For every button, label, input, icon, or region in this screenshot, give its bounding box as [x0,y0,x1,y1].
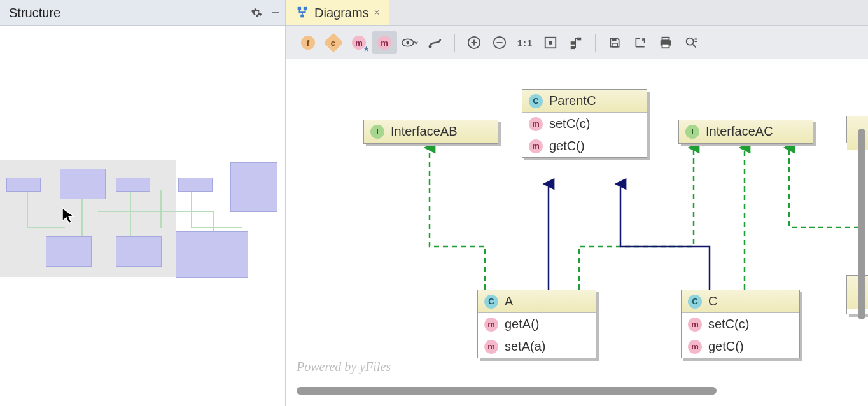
method-icon: m [688,340,702,354]
svg-rect-15 [612,43,617,47]
svg-rect-14 [612,38,617,41]
interface-icon: I [685,125,699,139]
node-title: InterfaceAC [706,124,773,139]
svg-rect-13 [571,46,575,50]
vertical-scrollbar[interactable] [858,129,865,319]
horizontal-scrollbar-thumb[interactable] [297,387,717,395]
node-parent-c[interactable]: C ParentC m setC(c) m getC() [522,89,647,158]
visibility-dropdown[interactable] [397,31,423,54]
class-icon: C [688,295,702,309]
watermark-text: Powered by yFiles [297,360,391,374]
svg-rect-10 [549,41,552,45]
svg-rect-11 [577,38,581,41]
node-title: A [505,294,513,309]
node-method: setC(c) [708,317,749,332]
edge-style-button[interactable] [423,31,448,54]
node-interface-ac[interactable]: I InterfaceAC [678,120,813,144]
diagram-canvas[interactable]: I InterfaceAB C ParentC m setC(c) m getC… [286,59,868,406]
node-title: C [708,294,717,309]
structure-minimap[interactable] [0,160,280,281]
svg-rect-12 [571,41,575,45]
node-method: getA() [505,317,539,332]
node-method: setC(c) [549,116,590,131]
print-button[interactable] [653,31,678,54]
class-icon: C [529,94,543,108]
method-icon: m [484,318,498,332]
svg-rect-3 [300,15,304,18]
field-icon: f [301,36,315,50]
zoom-out-button[interactable] [487,31,512,54]
method-icon: m [529,139,543,153]
node-method: getC() [549,139,585,153]
method-icon: m [484,340,498,354]
save-button[interactable] [602,31,627,54]
method-icon: m [688,318,702,332]
zoom-in-button[interactable] [461,31,487,54]
close-icon[interactable]: × [374,7,380,18]
structure-title: Structure [0,6,247,20]
method-icon: m [377,36,391,50]
node-interface-ab[interactable]: I InterfaceAB [363,120,498,144]
node-class-c[interactable]: C C m setC(c) m getC() [681,290,800,358]
node-class-a[interactable]: C A m getA() m setA(a) [477,290,596,358]
node-title: InterfaceAB [391,124,458,139]
export-button[interactable] [627,31,653,54]
svg-point-19 [687,38,694,45]
find-button[interactable] [678,31,704,54]
svg-rect-18 [662,44,669,48]
svg-rect-2 [304,7,307,10]
filter-methods-button[interactable]: m [372,31,397,54]
editor-tab-strip: Diagrams × [286,0,868,26]
layout-button[interactable] [563,31,589,54]
filter-methods-starred-button[interactable]: m [346,31,372,54]
structure-panel: Structure [0,0,285,406]
tab-label: Diagrams [314,6,369,20]
minimize-icon[interactable] [266,3,285,22]
filter-fields-button[interactable]: f [295,31,321,54]
toolbar-separator [454,34,455,52]
gear-icon[interactable] [247,3,266,22]
fit-content-button[interactable] [538,31,563,54]
actual-size-button[interactable]: 1:1 [512,31,538,54]
svg-rect-0 [272,12,279,13]
constructor-icon: c [323,32,343,52]
svg-point-5 [406,41,409,45]
svg-rect-16 [662,38,669,41]
node-method: setA(a) [505,339,545,354]
diagram-panel: Diagrams × f c m m 1:1 [285,0,868,406]
node-title: ParentC [549,94,596,108]
interface-icon: I [370,125,384,139]
tab-diagrams[interactable]: Diagrams × [286,0,389,25]
horizontal-scrollbar[interactable] [297,387,844,395]
node-method: getC() [708,339,744,354]
class-icon: C [484,295,498,309]
diagram-file-icon [295,6,309,20]
toolbar-separator [595,34,596,52]
filter-constructors-button[interactable]: c [321,31,346,54]
vertical-scrollbar-thumb[interactable] [858,129,865,319]
method-icon: m [529,117,543,131]
svg-rect-1 [298,7,302,10]
cursor-icon [61,207,76,225]
svg-point-6 [429,45,432,48]
structure-header: Structure [0,0,285,26]
diagram-toolbar: f c m m 1:1 [286,26,868,60]
